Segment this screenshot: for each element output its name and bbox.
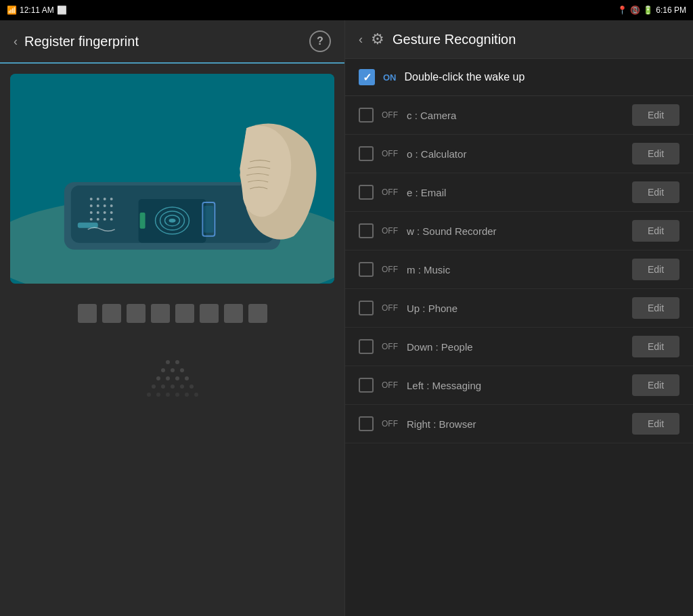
svg-point-11: [97, 198, 99, 200]
messaging-checkbox[interactable]: [359, 378, 374, 393]
status-bar: 📶 12:11 AM ⬜ 📍 📵 🔋 6:16 PM: [0, 0, 693, 20]
svg-point-23: [97, 218, 99, 221]
camera-label: c : Camera: [407, 110, 624, 121]
right-panel-title: Gesture Recognition: [393, 32, 516, 47]
calculator-label: o : Calculator: [407, 148, 624, 160]
people-checkbox[interactable]: [359, 339, 374, 354]
gesture-list: ON Double-click the wake up OFF c : Came…: [345, 59, 693, 616]
svg-rect-28: [204, 206, 213, 233]
right-header: ‹ ⚙ Gesture Recognition: [345, 20, 693, 59]
status-time-left: 12:11 AM: [20, 5, 54, 15]
progress-dot-1: [78, 304, 97, 323]
svg-point-20: [104, 211, 106, 214]
sim-icon: 📶: [7, 5, 17, 15]
location-icon: 📍: [617, 5, 627, 15]
gesture-item-phone: OFF Up : Phone Edit: [345, 289, 693, 328]
gesture-item-sound-recorder: OFF w : Sound Recorder Edit: [345, 212, 693, 250]
music-status: OFF: [382, 265, 399, 274]
status-bar-left: 📶 12:11 AM ⬜: [7, 5, 67, 15]
gesture-item-music: OFF m : Music Edit: [345, 250, 693, 289]
svg-point-10: [90, 198, 93, 200]
progress-dot-6: [200, 304, 219, 323]
svg-point-19: [97, 211, 99, 214]
left-header: ‹ Register fingerprint ?: [0, 20, 344, 64]
left-panel: ‹ Register fingerprint ?: [0, 20, 345, 616]
wake-up-row: ON Double-click the wake up: [345, 59, 693, 96]
email-checkbox[interactable]: [359, 185, 374, 200]
back-arrow-left[interactable]: ‹: [14, 35, 18, 49]
email-edit-button[interactable]: Edit: [632, 181, 679, 203]
email-label: e : Email: [407, 187, 624, 198]
svg-point-18: [90, 211, 93, 214]
svg-point-12: [104, 198, 106, 200]
progress-dot-3: [127, 304, 146, 323]
music-checkbox[interactable]: [359, 262, 374, 277]
messaging-status: OFF: [382, 380, 399, 390]
phone-edit-button[interactable]: Edit: [632, 297, 679, 319]
calculator-status: OFF: [382, 149, 399, 158]
progress-dot-8: [248, 304, 267, 323]
svg-point-14: [90, 204, 93, 207]
svg-point-13: [110, 198, 113, 200]
gesture-item-browser: OFF Right : Browser Edit: [345, 405, 693, 443]
camera-checkbox[interactable]: [359, 108, 374, 123]
svg-point-21: [110, 211, 113, 214]
signal-icon: 📵: [630, 5, 640, 15]
gesture-item-email: OFF e : Email Edit: [345, 173, 693, 212]
progress-dot-7: [224, 304, 243, 323]
svg-point-22: [90, 218, 93, 221]
gear-icon: ⚙: [371, 30, 384, 48]
svg-point-16: [104, 204, 106, 207]
progress-dots: [0, 294, 344, 333]
progress-dot-4: [151, 304, 170, 323]
people-label: Down : People: [407, 341, 624, 353]
music-edit-button[interactable]: Edit: [632, 259, 679, 280]
messaging-label: Left : Messaging: [407, 380, 624, 391]
sound-recorder-status: OFF: [382, 226, 399, 236]
fingerprint-illustration: [10, 74, 334, 284]
svg-point-24: [104, 218, 106, 221]
battery-icon: 🔋: [643, 5, 653, 15]
music-label: m : Music: [407, 264, 624, 276]
browser-status: OFF: [382, 419, 399, 428]
gesture-item-calculator: OFF o : Calculator Edit: [345, 135, 693, 173]
svg-rect-9: [140, 213, 146, 229]
browser-checkbox[interactable]: [359, 416, 374, 431]
calculator-checkbox[interactable]: [359, 146, 374, 161]
sound-recorder-edit-button[interactable]: Edit: [632, 220, 679, 242]
main-content: ‹ Register fingerprint ?: [0, 20, 693, 616]
browser-label: Right : Browser: [407, 418, 624, 430]
wake-up-checkbox[interactable]: [359, 69, 375, 85]
phone-status: OFF: [382, 303, 399, 313]
progress-dot-5: [175, 304, 194, 323]
gesture-item-messaging: OFF Left : Messaging Edit: [345, 366, 693, 405]
sound-recorder-label: w : Sound Recorder: [407, 225, 624, 237]
screenshot-icon: ⬜: [57, 5, 67, 15]
messaging-edit-button[interactable]: Edit: [632, 374, 679, 396]
camera-status: OFF: [382, 110, 399, 120]
gesture-item-camera: OFF c : Camera Edit: [345, 96, 693, 135]
browser-edit-button[interactable]: Edit: [632, 413, 679, 435]
help-button[interactable]: ?: [309, 30, 331, 52]
svg-point-8: [169, 219, 176, 223]
calculator-edit-button[interactable]: Edit: [632, 143, 679, 164]
phone-checkbox[interactable]: [359, 301, 374, 315]
phone-label: Up : Phone: [407, 303, 624, 314]
svg-point-15: [97, 204, 99, 207]
back-arrow-right[interactable]: ‹: [359, 32, 363, 47]
sound-recorder-checkbox[interactable]: [359, 223, 374, 238]
svg-point-25: [110, 218, 113, 221]
people-edit-button[interactable]: Edit: [632, 336, 679, 357]
people-status: OFF: [382, 342, 399, 351]
status-bar-right: 📍 📵 🔋 6:16 PM: [617, 5, 686, 15]
left-panel-title: Register fingerprint: [24, 34, 139, 49]
wake-up-status: ON: [383, 72, 397, 83]
progress-dot-2: [102, 304, 121, 323]
camera-edit-button[interactable]: Edit: [632, 104, 679, 126]
gesture-item-people: OFF Down : People Edit: [345, 328, 693, 366]
wake-up-label: Double-click the wake up: [405, 71, 525, 83]
left-header-title-group: ‹ Register fingerprint: [14, 34, 139, 49]
svg-point-17: [110, 204, 113, 207]
right-panel: ‹ ⚙ Gesture Recognition ON Double-click …: [345, 20, 693, 616]
email-status: OFF: [382, 188, 399, 197]
